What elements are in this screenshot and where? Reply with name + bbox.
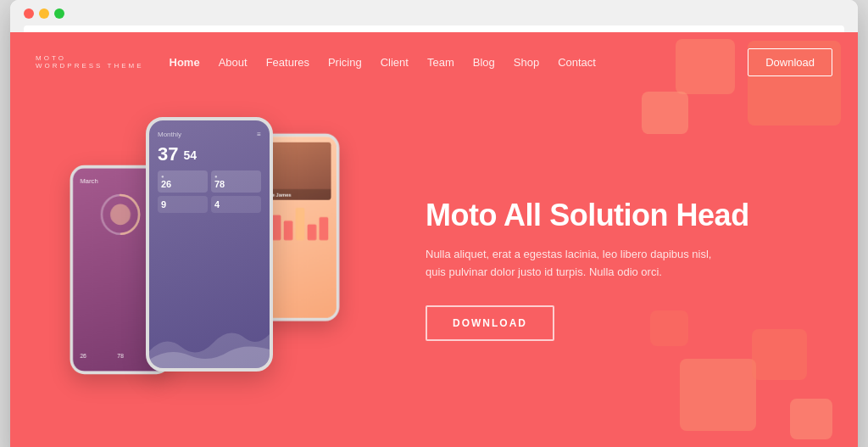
nav-item-team[interactable]: Team <box>427 54 454 70</box>
phone-main-header: Monthly ≡ <box>158 131 261 138</box>
logo-sub: WORDPRESS THEME <box>36 62 144 70</box>
phone-main-icon: ≡ <box>257 131 261 138</box>
phone-main-stat-2: ● 78 <box>211 170 261 193</box>
nav-item-pricing[interactable]: Pricing <box>328 54 362 70</box>
page-content: MOTO WORDPRESS THEME Home About Features… <box>10 32 858 447</box>
nav-links: Home About Features Pricing Client Team … <box>170 54 748 70</box>
nav-link-blog[interactable]: Blog <box>473 56 495 69</box>
phone-main-num2: 54 <box>183 148 197 162</box>
phone-left-num1: 26 <box>80 353 86 360</box>
browser-dots <box>24 8 844 19</box>
stat-2-val: 78 <box>214 179 258 189</box>
stat-3-val: 9 <box>161 199 204 210</box>
bar-2 <box>272 215 281 241</box>
dot-green[interactable] <box>54 8 64 19</box>
nav-item-shop[interactable]: Shop <box>514 54 539 70</box>
phone-main-label: Monthly <box>158 131 181 138</box>
browser-address-bar[interactable] <box>24 25 844 32</box>
phone-main-stat-3: 9 <box>158 196 208 213</box>
logo-text: MOTO <box>36 54 144 62</box>
nav-item-about[interactable]: About <box>219 54 248 70</box>
stat-1-val: 26 <box>161 179 204 189</box>
nav-link-shop[interactable]: Shop <box>514 56 539 69</box>
browser-chrome <box>10 0 858 32</box>
dot-yellow[interactable] <box>39 8 49 19</box>
nav-download-button[interactable]: Download <box>748 48 832 76</box>
phone-main-numbers: 37 54 <box>158 143 261 165</box>
bar-4 <box>296 208 305 240</box>
phone-main-num1: 37 <box>158 143 178 165</box>
dot-red[interactable] <box>24 8 34 19</box>
hero-download-button[interactable]: DOWNLOAD <box>426 305 554 341</box>
nav-item-blog[interactable]: Blog <box>473 54 495 70</box>
phone-left-num2: 78 <box>117 353 124 360</box>
bar-3 <box>284 221 293 240</box>
phone-main: Monthly ≡ 37 54 ● 2 <box>146 117 273 372</box>
phone-main-stat-4: 4 <box>211 196 261 213</box>
stat-4-val: 4 <box>214 199 258 210</box>
nav-item-features[interactable]: Features <box>266 54 309 70</box>
nav-item-home[interactable]: Home <box>170 54 200 70</box>
nav-link-pricing[interactable]: Pricing <box>328 56 362 69</box>
nav-logo: MOTO WORDPRESS THEME <box>36 54 144 70</box>
hero-text: Moto All Solution Head Nulla aliquet, er… <box>392 198 832 340</box>
svg-point-2 <box>110 204 131 226</box>
bar-5 <box>308 224 317 240</box>
nav-link-team[interactable]: Team <box>427 56 454 69</box>
phone-left-circle-svg <box>98 192 142 237</box>
nav-link-client[interactable]: Client <box>381 56 409 69</box>
nav-link-contact[interactable]: Contact <box>558 56 596 69</box>
nav-link-home[interactable]: Home <box>170 56 200 69</box>
navbar: MOTO WORDPRESS THEME Home About Features… <box>10 32 858 92</box>
hero-phones: March 26 <box>36 109 392 431</box>
nav-link-features[interactable]: Features <box>266 56 309 69</box>
nav-link-about[interactable]: About <box>219 56 248 69</box>
phone-main-wave <box>149 317 270 368</box>
browser-window: MOTO WORDPRESS THEME Home About Features… <box>10 0 858 447</box>
phone-main-content: Monthly ≡ 37 54 ● 2 <box>149 120 270 223</box>
wave-svg <box>149 317 270 368</box>
phone-main-stats: ● 26 ● 78 9 <box>158 170 261 213</box>
hero-description: Nulla aliquet, erat a egestas lacinia, l… <box>426 246 714 282</box>
phone-main-stat-1: ● 26 <box>158 170 208 193</box>
nav-item-client[interactable]: Client <box>381 54 409 70</box>
hero-title: Moto All Solution Head <box>426 198 832 232</box>
phone-main-screen: Monthly ≡ 37 54 ● 2 <box>149 120 270 368</box>
nav-item-contact[interactable]: Contact <box>558 54 596 70</box>
phone-main-wrapper: Monthly ≡ 37 54 ● 2 <box>146 117 273 372</box>
bar-6 <box>320 217 329 241</box>
hero-section: March 26 <box>10 92 858 447</box>
